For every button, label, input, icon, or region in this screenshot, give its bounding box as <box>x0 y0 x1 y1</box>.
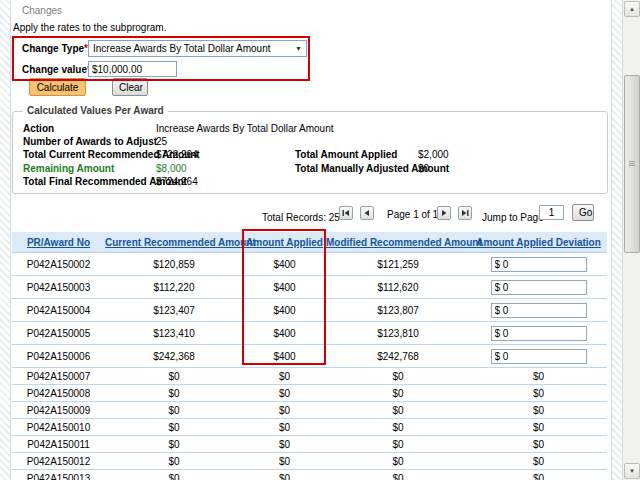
first-page-button[interactable] <box>339 206 353 220</box>
page: Changes Apply the rates to the subprogra… <box>0 0 640 480</box>
award-number-cell: P042A150005 <box>12 328 105 339</box>
current-recommended-amount-cell: $120,859 <box>105 259 243 270</box>
award-number-cell: P042A150006 <box>12 351 105 362</box>
modified-recommended-amount-cell: $0 <box>326 388 470 399</box>
modified-recommended-amount-cell: $123,807 <box>326 305 470 316</box>
amount-applied-cell: $400 <box>243 282 326 293</box>
amount-applied-deviation-cell: $0 <box>470 439 607 450</box>
next-page-icon <box>440 209 448 217</box>
awards-to-adjust-label: Number of Awards to Adjust <box>23 136 157 147</box>
amount-applied-deviation-cell <box>470 349 607 364</box>
amount-applied-deviation-cell: $0 <box>470 371 607 382</box>
last-page-icon <box>461 209 469 217</box>
prev-page-button[interactable] <box>360 206 374 220</box>
amount-applied-deviation-cell: $0 <box>470 422 607 433</box>
column-header-modified-recommended-amount[interactable]: Modified Recommended Amount <box>326 237 470 248</box>
page-subtitle: Apply the rates to the subprogram. <box>13 22 166 33</box>
clear-button[interactable]: Clear <box>112 78 148 96</box>
table-row: P042A150009$0$0$0$0 <box>12 402 607 419</box>
first-page-icon <box>342 209 350 217</box>
current-recommended-amount-cell: $0 <box>105 439 243 450</box>
amount-applied-deviation-cell <box>470 326 607 341</box>
total-current-value: $722,264 <box>156 149 198 160</box>
total-records-text: Total Records: 25 <box>262 212 340 223</box>
amount-applied-cell: $400 <box>243 259 326 270</box>
remaining-amount-value: $8,000 <box>156 163 187 174</box>
current-recommended-amount-cell: $0 <box>105 422 243 433</box>
panel-legend: Calculated Values Per Award <box>23 105 168 116</box>
modified-recommended-amount-cell: $0 <box>326 405 470 416</box>
column-header-amount-applied-deviation[interactable]: Amount Applied Deviation <box>470 237 607 248</box>
last-page-button[interactable] <box>458 206 472 220</box>
column-header-current-recommended-amount[interactable]: Current Recommended Amount <box>105 237 243 248</box>
previous-page-icon <box>363 209 371 217</box>
vertical-scrollbar[interactable]: ▲ ▼ <box>622 0 640 480</box>
total-applied-value: $2,000 <box>418 149 449 160</box>
change-value-label: Change value* <box>22 64 91 75</box>
deviation-input[interactable] <box>491 349 587 364</box>
modified-recommended-amount-cell: $112,620 <box>326 282 470 293</box>
modified-recommended-amount-cell: $121,259 <box>326 259 470 270</box>
scroll-up-button[interactable]: ▲ <box>624 1 640 17</box>
current-recommended-amount-cell: $0 <box>105 456 243 467</box>
table-row: P042A150004$123,407$400$123,807 <box>12 299 607 322</box>
amount-applied-deviation-cell <box>470 303 607 318</box>
table-row: P042A150008$0$0$0$0 <box>12 385 607 402</box>
current-recommended-amount-cell: $123,410 <box>105 328 243 339</box>
modified-recommended-amount-cell: $0 <box>326 473 470 480</box>
deviation-input[interactable] <box>491 280 587 295</box>
chevron-down-icon: ▼ <box>291 41 306 56</box>
next-page-button[interactable] <box>437 206 451 220</box>
modified-recommended-amount-cell: $0 <box>326 371 470 382</box>
modified-recommended-amount-cell: $0 <box>326 456 470 467</box>
award-number-cell: P042A150010 <box>12 422 105 433</box>
award-number-cell: P042A150008 <box>12 388 105 399</box>
amount-applied-deviation-cell: $0 <box>470 388 607 399</box>
amount-applied-deviation-cell <box>470 280 607 295</box>
change-type-select[interactable]: Increase Awards By Total Dollar Amount ▼ <box>88 40 307 57</box>
amount-applied-cell: $400 <box>243 305 326 316</box>
go-button[interactable]: Go <box>572 204 594 221</box>
current-recommended-amount-cell: $112,220 <box>105 282 243 293</box>
change-value-input[interactable] <box>88 61 177 77</box>
modified-recommended-amount-cell: $123,810 <box>326 328 470 339</box>
deviation-input[interactable] <box>491 326 587 341</box>
amount-applied-cell: $0 <box>243 388 326 399</box>
total-manually-adjusted-value: $0 <box>418 163 429 174</box>
award-number-cell: P042A150009 <box>12 405 105 416</box>
scroll-down-icon: ▼ <box>629 468 635 474</box>
scrollbar-thumb[interactable] <box>624 75 640 253</box>
total-final-value: $724,264 <box>156 176 198 187</box>
amount-applied-cell: $400 <box>243 328 326 339</box>
modified-recommended-amount-cell: $0 <box>326 439 470 450</box>
modified-recommended-amount-cell: $242,768 <box>326 351 470 362</box>
award-number-cell: P042A150002 <box>12 259 105 270</box>
table-row: P042A150006$242,368$400$242,768 <box>12 345 607 368</box>
calculated-values-panel: Calculated Values Per Award Action Incre… <box>12 111 608 194</box>
jump-to-page-input[interactable] <box>539 205 564 220</box>
column-header-amount-applied[interactable]: Amount Applied <box>243 237 326 248</box>
amount-applied-deviation-cell <box>470 257 607 272</box>
table-row: P042A150007$0$0$0$0 <box>12 368 607 385</box>
page-title: Changes <box>22 5 62 16</box>
award-number-cell: P042A150007 <box>12 371 105 382</box>
column-header-pr-award-no[interactable]: PR/Award No <box>12 237 105 248</box>
action-label: Action <box>23 123 54 134</box>
award-number-cell: P042A150004 <box>12 305 105 316</box>
deviation-input[interactable] <box>491 257 587 272</box>
deviation-input[interactable] <box>491 303 587 318</box>
calculate-button[interactable]: Calculate <box>29 78 86 96</box>
table-row: P042A150010$0$0$0$0 <box>12 419 607 436</box>
award-number-cell: P042A150011 <box>12 439 105 450</box>
page-status-text: Page 1 of 1 <box>387 209 438 220</box>
awards-table-header: PR/Award No Current Recommended Amount A… <box>12 232 607 253</box>
amount-applied-cell: $400 <box>243 351 326 362</box>
scroll-down-button[interactable]: ▼ <box>624 463 640 479</box>
remaining-amount-label: Remaining Amount <box>23 163 114 174</box>
change-type-selected-value: Increase Awards By Total Dollar Amount <box>89 43 291 54</box>
table-row: P042A150012$0$0$0$0 <box>12 453 607 470</box>
amount-applied-cell: $0 <box>243 405 326 416</box>
amount-applied-deviation-cell: $0 <box>470 405 607 416</box>
award-number-cell: P042A150003 <box>12 282 105 293</box>
amount-applied-deviation-cell: $0 <box>470 473 607 480</box>
